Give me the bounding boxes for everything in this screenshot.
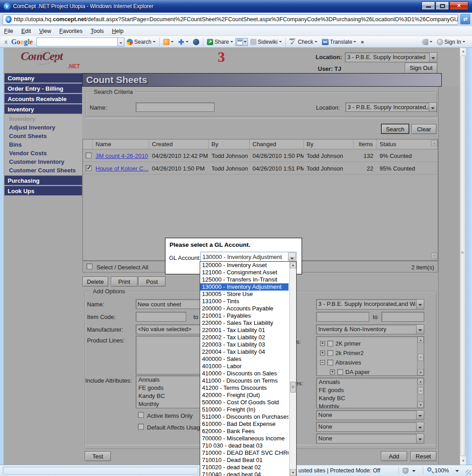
sidebar-sub-customer-inventory[interactable]: Customer Inventory [5,157,82,166]
search-name-input[interactable] [136,102,215,112]
gl-option[interactable]: 200000 - Accounts Payable [200,305,289,312]
list-item[interactable]: FE goods [136,384,200,392]
tree-checkbox[interactable] [327,350,333,356]
print-button[interactable]: Print [111,277,137,287]
reset-button[interactable]: Reset [410,451,436,461]
gl-option[interactable]: 700000 - Miscellaneous Income [200,435,289,442]
tree-checkbox[interactable] [327,341,333,347]
gl-option[interactable]: 220001 - Tax Liability 01 [200,327,289,334]
gl-option[interactable]: 500000 - Cost Of Goods Sold [200,399,289,406]
gl-option[interactable]: 410000 - Discounts on Sales [200,370,289,377]
scroll-down-icon[interactable]: ▼ [417,369,424,375]
gl-option[interactable]: 510000 - Freight (In) [200,406,289,413]
gl-option[interactable]: 131000 - Tints [200,298,289,305]
toolbar-settings-button[interactable] [420,38,435,46]
sidebar-sub-count-sheets[interactable]: Count Sheets [5,132,82,140]
col-changed-by[interactable]: By [304,139,353,149]
tree-expand-icon[interactable]: + [330,370,335,374]
toolbar-overflow-button[interactable]: » [358,38,366,46]
header-location-dropdown[interactable]: 3 - P.B.E. Supply Incorporated [345,52,437,62]
gl-option[interactable]: 41200 - Terms Discounts [200,384,289,392]
list-item[interactable]: Kandy BC [316,394,424,402]
list-item[interactable]: Monthly [136,400,200,408]
scroll-down-icon[interactable]: ▼ [290,469,296,476]
scroll-thumb[interactable]: ≡ [418,387,423,394]
none-dropdown-1[interactable]: None [316,410,424,420]
gl-list-scrollbar[interactable]: ▲ ≡ ▼ [289,262,296,476]
maximize-button[interactable] [435,1,449,10]
sidebar-sub-customer-count-sheets[interactable]: Customer Count Sheets [5,166,82,175]
name-input[interactable] [136,299,201,309]
gl-option[interactable]: 120000 - Inventory Asset [200,262,289,269]
gl-option-selected[interactable]: 130000 - Inventory Adjustment [200,283,289,291]
tree-item[interactable]: + 2k Primer2 [320,350,364,356]
tree-collapse-icon[interactable]: − [320,360,325,365]
tree-scrollbar[interactable]: ▲ ≡ ▼ [417,337,424,375]
select-all-checkbox[interactable] [87,263,92,269]
gl-option[interactable]: 710040 - dead beat 04 [200,471,289,476]
gl-option[interactable]: 511000 - Discounts on Purchases [200,413,289,421]
col-status[interactable]: Status [377,139,438,149]
close-button[interactable]: ✕ [449,1,468,10]
manufacturer-dropdown[interactable]: <No value selected> [136,324,201,334]
sidebar-sub-bins[interactable]: Bins [5,140,82,149]
count-sheet-link[interactable]: House of Koloer C... [96,165,148,172]
zone-dropdown-icon[interactable] [412,470,416,472]
tree-checkbox[interactable] [337,369,343,375]
post-button[interactable]: Post [138,277,165,287]
sidebar-item-look-ups[interactable]: Look Ups [5,186,82,195]
google-search-button[interactable]: Search [124,38,158,46]
active-items-only-checkbox[interactable] [138,412,144,418]
gl-option[interactable]: 710010 - Dead Beat 01 [200,457,289,464]
tree-item[interactable]: + 2K primer [320,340,361,347]
combobox-arrow-icon[interactable] [288,253,296,261]
dropdown-arrow-icon[interactable] [429,53,437,62]
scroll-thumb[interactable]: ≡ [418,354,423,361]
gl-option[interactable]: 210001 - Payables [200,312,289,319]
dropdown-arrow-icon[interactable] [416,325,424,334]
layout-button[interactable] [235,38,248,46]
attributes-listbox[interactable]: Annuals FE goods Kandy BC Monthly ▲ ≡ ▼ [316,378,424,408]
tree-expand-icon[interactable]: + [320,351,325,356]
none-dropdown-3[interactable]: None [316,434,424,444]
col-changed[interactable]: Changed [250,139,304,149]
menu-help[interactable]: Help [108,27,128,35]
table-scroll-down-icon[interactable]: ▼ [431,253,437,259]
product-lines-tree[interactable]: + 2K primer + 2k Primer2 − Abrasives + [316,336,424,376]
gl-option[interactable]: 610000 - Bad Debt Expense [200,421,289,428]
sidebar-item-purchasing[interactable]: Purchasing [5,176,82,185]
attributes-scrollbar[interactable]: ▲ ≡ ▼ [417,378,424,408]
tree-expand-icon[interactable]: + [320,341,325,346]
scroll-up-icon[interactable]: ▲ [290,262,296,268]
scroll-thumb[interactable]: ≡ [290,382,296,393]
share-button[interactable]: ↗Share [205,38,235,46]
tree-item[interactable]: − Abrasives [320,359,361,366]
clear-button[interactable]: Clear [412,124,436,134]
list-item[interactable]: Annuals [316,378,424,386]
menu-edit[interactable]: Edit [17,27,35,35]
sidebar-sub-vendor-costs[interactable]: Vendor Costs [5,149,82,157]
sidewiki-button[interactable]: Sidewiki [248,38,284,46]
none-dropdown-2[interactable]: None [316,422,424,432]
sidebar-item-order-entry[interactable]: Order Entry - Billing [5,83,82,93]
signout-button[interactable]: Sign Out [405,63,437,74]
gl-option[interactable]: 401000 - Labor [200,363,289,370]
scroll-down-icon[interactable]: ▼ [460,458,466,465]
gl-option[interactable]: 220000 - Sales Tax Liability [200,319,289,327]
gl-account-combobox[interactable]: 130000 - Inventory Adjustment [200,252,297,262]
browser-scrollbar[interactable]: ▲ ≡ ▼ [460,48,466,465]
dropdown-arrow-icon[interactable] [416,300,424,309]
go-button[interactable]: ⇄ [460,14,470,24]
toolbar-close-icon[interactable]: x [5,39,8,45]
right-range-to-input[interactable] [381,312,424,322]
gl-option[interactable]: 125000 - Transfers In-Transit [200,276,289,283]
gl-option[interactable]: 121000 - Consignment Asset [200,269,289,276]
spellcheck-button[interactable]: ABC✓Check [287,38,320,46]
gl-option[interactable]: 130005 - Store Use [200,291,289,298]
menu-file[interactable]: File [0,27,17,35]
item-code-from-input[interactable] [136,312,186,322]
list-item[interactable]: Annuals [136,376,200,384]
scroll-up-icon[interactable]: ▲ [417,337,424,343]
sidebar-item-company[interactable]: Company [5,73,82,83]
list-item[interactable]: FE goods [316,386,424,394]
